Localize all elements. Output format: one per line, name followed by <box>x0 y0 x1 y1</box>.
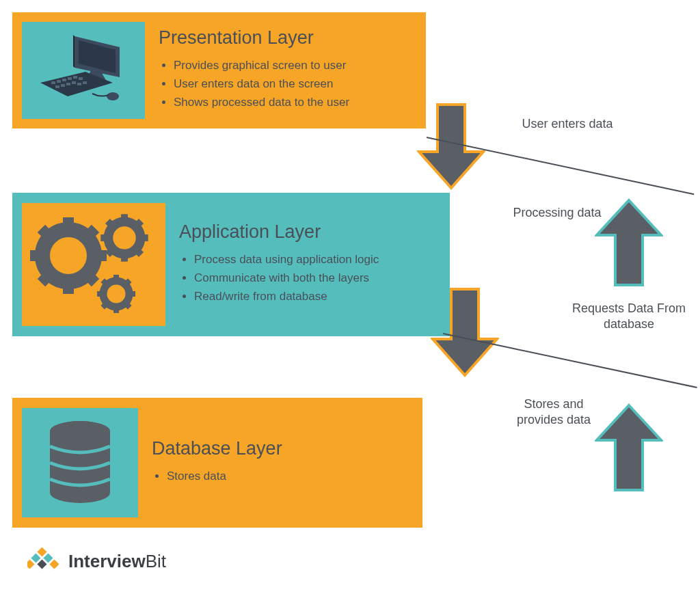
database-layer-card: Database Layer Stores data <box>12 398 422 528</box>
svg-rect-60 <box>37 559 46 569</box>
svg-point-28 <box>114 228 135 248</box>
svg-rect-23 <box>93 250 107 261</box>
svg-rect-22 <box>30 250 44 261</box>
svg-marker-2 <box>73 35 75 68</box>
application-bullets: Process data using application logic Com… <box>179 252 379 305</box>
svg-point-38 <box>108 286 124 302</box>
database-title: Database Layer <box>152 438 282 459</box>
svg-rect-40 <box>113 275 119 282</box>
svg-rect-7 <box>62 79 66 81</box>
svg-rect-15 <box>77 83 81 85</box>
list-item: Communicate with both the layers <box>194 271 379 286</box>
svg-rect-12 <box>61 84 65 87</box>
svg-rect-6 <box>57 80 61 83</box>
arrow-down-icon <box>417 103 485 190</box>
svg-rect-16 <box>83 81 87 84</box>
list-item: Process data using application logic <box>194 252 379 268</box>
arrow-down-icon <box>431 287 499 377</box>
svg-marker-55 <box>597 405 661 490</box>
flow-label-user: User enters data <box>513 116 622 132</box>
svg-rect-31 <box>121 253 128 261</box>
svg-rect-59 <box>27 559 35 569</box>
svg-point-51 <box>50 421 110 442</box>
database-icon <box>22 408 138 517</box>
brand-text-regular: Bit <box>146 551 166 571</box>
database-content: Database Layer Stores data <box>138 438 282 487</box>
list-item: Read/write from database <box>194 289 379 305</box>
list-item: Provides graphical screen to user <box>174 58 349 74</box>
svg-point-18 <box>52 239 85 272</box>
flow-label-requests: Requests Data From database <box>567 301 690 333</box>
svg-rect-20 <box>63 217 74 231</box>
flow-label-stores: Stores and provides data <box>506 396 602 429</box>
database-bullets: Stores data <box>152 469 282 485</box>
presentation-bullets: Provides graphical screen to user User e… <box>159 58 349 111</box>
svg-marker-54 <box>597 200 661 285</box>
svg-rect-21 <box>63 280 74 294</box>
svg-rect-41 <box>113 306 119 313</box>
computer-icon <box>22 22 145 119</box>
svg-rect-5 <box>51 81 55 84</box>
brand-text: InterviewBit <box>68 551 166 572</box>
arrow-up-icon <box>595 403 663 495</box>
svg-rect-14 <box>72 81 76 84</box>
gears-icon <box>22 203 165 326</box>
application-layer-card: Application Layer Process data using app… <box>12 193 450 336</box>
svg-rect-30 <box>121 214 128 222</box>
svg-rect-8 <box>68 77 72 80</box>
arrow-up-icon <box>595 198 663 290</box>
flow-label-processing: Processing data <box>513 205 602 221</box>
application-title: Application Layer <box>179 221 379 243</box>
application-content: Application Layer Process data using app… <box>165 221 379 308</box>
svg-rect-9 <box>73 76 77 79</box>
svg-rect-56 <box>37 547 46 556</box>
list-item: User enters data on the screen <box>174 77 349 92</box>
svg-rect-13 <box>66 83 70 85</box>
brand-mark-icon <box>27 547 62 575</box>
svg-rect-43 <box>129 291 135 297</box>
svg-rect-61 <box>49 559 59 569</box>
svg-rect-11 <box>55 85 59 88</box>
presentation-layer-card: Presentation Layer Provides graphical sc… <box>12 12 426 128</box>
svg-rect-10 <box>79 77 83 80</box>
presentation-title: Presentation Layer <box>159 27 349 49</box>
list-item: Shows processed data to the user <box>174 95 349 111</box>
presentation-content: Presentation Layer Provides graphical sc… <box>145 27 349 113</box>
brand-logo: InterviewBit <box>27 547 166 575</box>
svg-point-17 <box>107 92 119 100</box>
list-item: Stores data <box>167 469 282 485</box>
svg-rect-42 <box>97 291 104 297</box>
svg-rect-57 <box>31 553 40 563</box>
svg-rect-33 <box>139 234 148 241</box>
svg-rect-58 <box>43 553 53 563</box>
svg-rect-32 <box>100 234 109 241</box>
brand-text-bold: Interview <box>68 551 146 571</box>
svg-marker-53 <box>433 289 497 375</box>
